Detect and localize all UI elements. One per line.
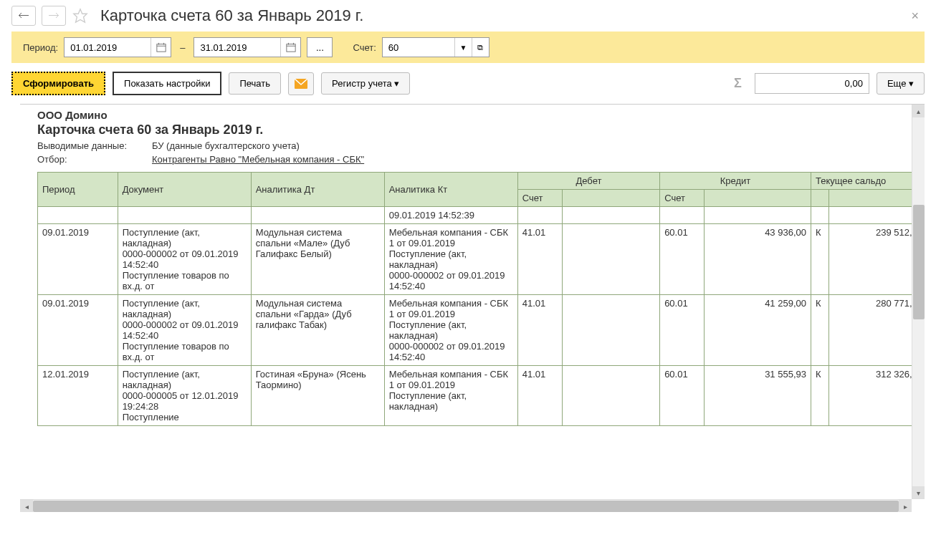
vscroll-thumb[interactable]	[913, 205, 925, 319]
horizontal-scrollbar[interactable]: ◂ ▸	[20, 499, 912, 512]
action-bar: Сформировать Показать настройки Печать Р…	[0, 63, 936, 104]
vertical-scrollbar[interactable]: ▴ ▾	[912, 105, 925, 499]
cell-analytics_kt: Мебельная компания - СБК 1 от 09.01.2019…	[384, 224, 517, 295]
cell-bal_amt: 280 771,00	[829, 295, 925, 366]
calendar-icon[interactable]	[151, 38, 171, 57]
table-row[interactable]: 12.01.2019Поступление (акт, накладная) 0…	[38, 366, 925, 426]
cell-bal_side: К	[811, 224, 829, 295]
cell-credit_amt: 43 936,00	[705, 224, 811, 295]
date-from-input[interactable]	[65, 39, 151, 56]
chevron-down-icon: ▾	[909, 78, 914, 89]
cell-credit_acct: 60.01	[660, 366, 705, 426]
cell-bal_amt: 312 326,93	[829, 366, 925, 426]
col-debit: Дебет	[517, 173, 659, 190]
cell-credit_acct: 60.01	[660, 224, 705, 295]
scroll-right-icon[interactable]: ▸	[899, 500, 912, 512]
cell-document: Поступление (акт, накладная) 0000-000005…	[118, 366, 251, 426]
scroll-left-icon[interactable]: ◂	[20, 500, 33, 512]
col-document: Документ	[118, 173, 251, 207]
date-to-group	[194, 37, 301, 57]
cell-debit_acct: 41.01	[517, 366, 562, 426]
period-select-button[interactable]: ...	[307, 37, 333, 57]
show-settings-button[interactable]: Показать настройки	[113, 72, 221, 95]
account-group: ▼ ⧉	[382, 37, 490, 57]
col-credit: Кредит	[660, 173, 811, 190]
svg-rect-1	[157, 44, 166, 52]
table-row-partial: 09.01.2019 14:52:39	[38, 207, 925, 224]
table-row[interactable]: 09.01.2019Поступление (акт, накладная) 0…	[38, 224, 925, 295]
page-title: Карточка счета 60 за Январь 2019 г.	[100, 6, 363, 25]
cell-bal_side: К	[811, 295, 829, 366]
more-button[interactable]: Еще ▾	[877, 72, 925, 95]
date-from-group	[64, 37, 171, 57]
account-dropdown[interactable]: ▼	[454, 38, 472, 57]
cell-debit_amt	[562, 295, 659, 366]
cell-analytics_dt: Гостиная «Бруна» (Ясень Таормино)	[251, 366, 384, 426]
meta-output-value: БУ (данные бухгалтерского учета)	[152, 140, 300, 151]
org-name: ООО Домино	[37, 109, 893, 121]
hscroll-thumb[interactable]	[33, 501, 899, 512]
cell-debit_amt	[562, 366, 659, 426]
close-button[interactable]: ×	[905, 9, 925, 24]
cell-bal_amt: 239 512,00	[829, 224, 925, 295]
period-label: Период:	[23, 42, 58, 53]
col-debit-amt	[562, 190, 659, 207]
meta-output-label: Выводимые данные:	[37, 140, 138, 151]
cell-analytics_kt: Мебельная компания - СБК 1 от 09.01.2019…	[384, 366, 517, 426]
cell-debit_amt	[562, 224, 659, 295]
cell-credit_amt: 31 555,93	[705, 366, 811, 426]
account-input[interactable]	[383, 39, 454, 56]
col-analytics-kt: Аналитика Кт	[384, 173, 517, 207]
col-credit-acct: Счет	[660, 190, 705, 207]
report-title: Карточка счета 60 за Январь 2019 г.	[37, 122, 893, 137]
generate-button[interactable]: Сформировать	[11, 72, 105, 95]
meta-filter-value: Контрагенты Равно "Мебельная компания - …	[152, 154, 364, 165]
cell-analytics_dt: Модульная система спальни «Мале» (Дуб Га…	[251, 224, 384, 295]
sigma-icon: Σ	[728, 76, 748, 91]
account-label: Счет:	[353, 42, 376, 53]
col-analytics-dt: Аналитика Дт	[251, 173, 384, 207]
col-balance: Текущее сальдо	[811, 173, 925, 190]
back-button[interactable]: 🡐	[11, 6, 36, 26]
cell-period: 09.01.2019	[38, 224, 118, 295]
scroll-up-icon[interactable]: ▴	[912, 105, 925, 117]
svg-marker-0	[74, 9, 87, 22]
cell-document: Поступление (акт, накладная) 0000-000002…	[118, 295, 251, 366]
forward-button[interactable]: 🡒	[42, 6, 66, 26]
cell-document: Поступление (акт, накладная) 0000-000002…	[118, 224, 251, 295]
chevron-down-icon: ▾	[394, 78, 399, 89]
svg-rect-5	[287, 44, 295, 52]
col-period: Период	[38, 173, 118, 207]
register-button[interactable]: Регистр учета ▾	[321, 72, 410, 95]
col-bal-amt	[829, 190, 925, 207]
scroll-down-icon[interactable]: ▾	[912, 486, 925, 499]
mail-button[interactable]	[288, 72, 314, 95]
print-button[interactable]: Печать	[229, 72, 281, 95]
favorite-icon[interactable]	[72, 7, 89, 24]
col-bal-side	[811, 190, 829, 207]
cell-bal_side: К	[811, 366, 829, 426]
cell-period: 09.01.2019	[38, 295, 118, 366]
cell-analytics_dt: Модульная система спальни «Гарда» (Дуб г…	[251, 295, 384, 366]
sum-input[interactable]	[755, 73, 869, 94]
cell-debit_acct: 41.01	[517, 224, 562, 295]
cell-debit_acct: 41.01	[517, 295, 562, 366]
filter-bar: Период: – ... Счет: ▼ ⧉	[11, 32, 925, 63]
cell-period: 12.01.2019	[38, 366, 118, 426]
cell-analytics_kt: Мебельная компания - СБК 1 от 09.01.2019…	[384, 295, 517, 366]
date-to-input[interactable]	[194, 39, 280, 56]
more-label: Еще	[887, 78, 906, 89]
table-row[interactable]: 09.01.2019Поступление (акт, накладная) 0…	[38, 295, 925, 366]
col-credit-amt	[705, 190, 811, 207]
col-debit-acct: Счет	[517, 190, 562, 207]
cell-credit_acct: 60.01	[660, 295, 705, 366]
report-table: Период Документ Аналитика Дт Аналитика К…	[37, 172, 925, 426]
report-body: ООО Домино Карточка счета 60 за Январь 2…	[20, 105, 925, 512]
calendar-icon[interactable]	[280, 38, 300, 57]
cell-credit_amt: 41 259,00	[705, 295, 811, 366]
meta-filter-label: Отбор:	[37, 154, 138, 165]
register-label: Регистр учета	[332, 78, 392, 89]
dash: –	[180, 42, 185, 53]
cell-analytics-kt: 09.01.2019 14:52:39	[384, 207, 517, 224]
account-open-button[interactable]: ⧉	[472, 38, 489, 57]
